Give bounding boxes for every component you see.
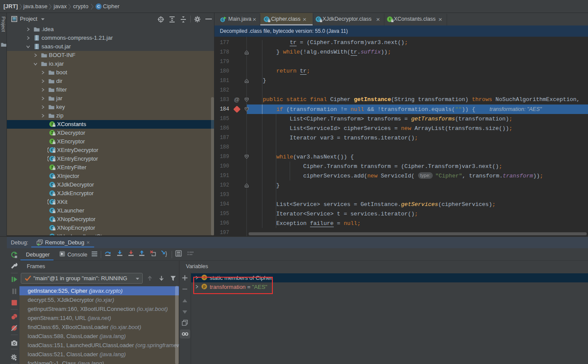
svg-text:C: C	[221, 18, 224, 22]
